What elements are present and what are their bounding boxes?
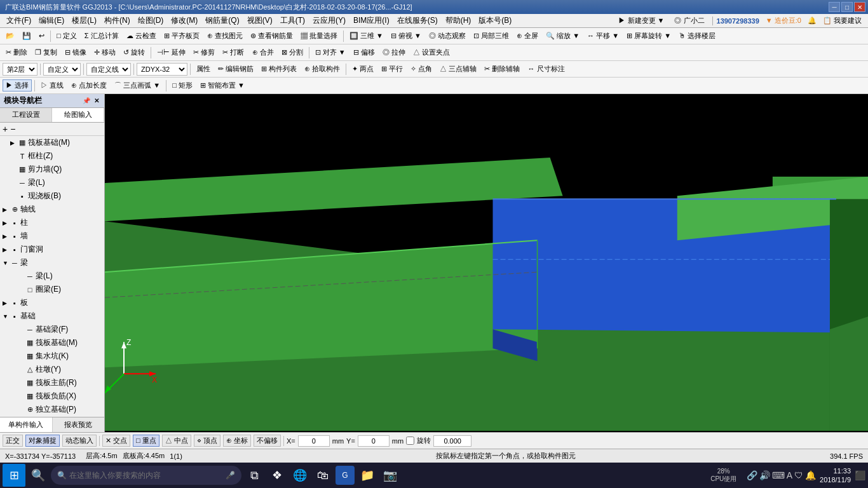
taskbar-gj[interactable]: G — [336, 466, 355, 485]
tree-item-fabanjc2[interactable]: ▦ 筏板基础(M) — [0, 336, 104, 349]
nav-tab-single[interactable]: 单构件输入 — [0, 417, 53, 432]
tb-angle[interactable]: ✧ 点角 — [407, 63, 435, 75]
nav-minus-btn[interactable]: − — [10, 124, 15, 134]
sb-intersect[interactable]: ✕ 交点 — [102, 435, 130, 447]
menu-floor[interactable]: 楼层(L) — [68, 14, 100, 27]
taskbar-search-icon[interactable]: 🔍 — [28, 465, 48, 485]
tb-parallel[interactable]: ⊞ 平行 — [378, 63, 406, 75]
tb-screen-rotate[interactable]: ⊞ 屏幕旋转 ▼ — [623, 30, 674, 42]
layer-select[interactable]: 第2层 — [3, 63, 37, 76]
sb-vertex[interactable]: ⋄ 顶点 — [194, 435, 220, 447]
menu-bim[interactable]: BIM应用(I) — [349, 14, 393, 27]
nav-close[interactable]: ✕ — [93, 97, 100, 104]
sb-coord[interactable]: ⊕ 坐标 — [223, 435, 251, 447]
maximize-button[interactable]: □ — [841, 2, 853, 12]
antivirus-icon[interactable]: 🛡 — [794, 470, 803, 480]
tb-undo[interactable]: ↩ — [36, 30, 48, 41]
keyboard-icon[interactable]: ⌨ — [772, 470, 785, 480]
tree-item-quanliang[interactable]: □ 圈梁(E) — [0, 283, 104, 296]
tb-set-grip[interactable]: △ 设置夹点 — [410, 46, 453, 58]
ime-icon[interactable]: A — [787, 470, 792, 480]
nav-tab-draw[interactable]: 绘图输入 — [52, 108, 104, 122]
volume-icon[interactable]: 🔊 — [759, 470, 770, 480]
tree-item-fabanjc[interactable]: ▶ ▦ 筏板基础(M) — [0, 136, 104, 149]
menu-rebar-qty[interactable]: 钢筋量(Q) — [201, 14, 243, 27]
nav-add-btn[interactable]: + — [3, 124, 8, 134]
menu-online[interactable]: 在线服务(S) — [393, 14, 442, 27]
tb-break[interactable]: ✂ 打断 — [219, 46, 247, 58]
tree-item-jichuL[interactable]: ─ 基础梁(F) — [0, 323, 104, 336]
tree-item-zhuxian[interactable]: ▶ ⊕ 轴线 — [0, 203, 104, 216]
brand-button[interactable]: ◎ 广小二 — [670, 15, 708, 27]
taskbar-store[interactable]: 🛍 — [313, 465, 333, 485]
tb-find[interactable]: ⊕ 查找图元 — [204, 30, 246, 42]
suggest-button[interactable]: 📋 我要建议 — [819, 15, 865, 27]
rotate-input[interactable] — [433, 435, 471, 447]
menu-help[interactable]: 帮助(H) — [442, 14, 475, 27]
taskbar-apps[interactable]: ❖ — [267, 465, 287, 485]
tb-trim[interactable]: ✂ 修剪 — [190, 46, 218, 58]
sb-orthogonal[interactable]: 正交 — [3, 435, 23, 447]
tb-delete[interactable]: ✂ 删除 — [3, 46, 31, 58]
tb-align[interactable]: ⊡ 对齐 ▼ — [312, 46, 349, 58]
tb-smart-layout[interactable]: ⊞ 智能布置 ▼ — [197, 79, 248, 92]
menu-modify[interactable]: 修改(M) — [167, 14, 201, 27]
x-input[interactable] — [298, 435, 330, 447]
taskbar-camera[interactable]: 📷 — [380, 465, 400, 485]
tb-rect[interactable]: □ 矩形 — [169, 79, 196, 92]
tb-two-point[interactable]: ✦ 两点 — [349, 63, 377, 75]
tb-pick[interactable]: ⊕ 拾取构件 — [301, 63, 343, 75]
tb-property[interactable]: 属性 — [193, 63, 214, 75]
tb-view-rebar[interactable]: ⊛ 查看钢筋量 — [247, 30, 296, 42]
tb-dynamic[interactable]: ◎ 动态观察 — [426, 30, 469, 42]
tb-3pt-aux[interactable]: △ 三点辅轴 — [437, 63, 480, 75]
viewport[interactable]: Z X Y — [105, 94, 868, 432]
rebar-select[interactable]: ZDYX-32 — [137, 63, 187, 76]
y-input[interactable] — [358, 435, 390, 447]
tb-save[interactable]: 💾 — [19, 30, 34, 41]
price-button[interactable]: ▼ 造价豆:0 — [762, 15, 805, 27]
new-change-button[interactable]: ▶ 新建变更 ▼ — [614, 15, 668, 27]
tb-rotate[interactable]: ↺ 旋转 — [120, 46, 148, 58]
tb-cloud-check[interactable]: ☁ 云检查 — [123, 30, 159, 42]
bell-icon[interactable]: 🔔 — [808, 17, 817, 25]
system-clock[interactable]: 11:33 2018/11/9 — [820, 466, 851, 485]
tb-edit-rebar[interactable]: ✏ 编辑钢筋 — [215, 63, 257, 75]
tree-item-menchuang[interactable]: ▶ ▪ 门窗洞 — [0, 243, 104, 256]
tb-select-floor[interactable]: 🖱 选择楼层 — [675, 30, 719, 42]
tb-offset[interactable]: ⊟ 偏移 — [350, 46, 378, 58]
tb-select-tool[interactable]: ▶ 选择 — [3, 79, 32, 92]
tree-item-jishuikeng[interactable]: ▦ 集水坑(K) — [0, 349, 104, 363]
notification-icon[interactable]: 🔔 — [805, 470, 816, 480]
tb-pan[interactable]: ↔ 平移 ▼ — [584, 30, 622, 42]
start-button[interactable]: ⊞ — [3, 464, 25, 487]
tb-open[interactable]: 📂 — [3, 30, 18, 41]
tb-move[interactable]: ✛ 移动 — [91, 46, 119, 58]
menu-component[interactable]: 构件(N) — [100, 14, 134, 27]
menu-cloud[interactable]: 云应用(Y) — [309, 14, 349, 27]
tb-merge[interactable]: ⊕ 合并 — [249, 46, 277, 58]
sb-no-offset[interactable]: 不偏移 — [254, 435, 281, 447]
nav-pin[interactable]: 📌 — [81, 97, 92, 104]
tb-zoom[interactable]: 🔍 缩放 ▼ — [543, 30, 583, 42]
menu-file[interactable]: 文件(F) — [3, 14, 35, 27]
sb-snap[interactable]: 对象捕捉 — [25, 435, 60, 447]
tb-fullscreen[interactable]: ⊕ 全屏 — [513, 30, 541, 42]
tb-local-3d[interactable]: ⊡ 局部三维 — [470, 30, 512, 42]
menu-version[interactable]: 版本号(B) — [475, 14, 515, 27]
tree-item-zhu[interactable]: ▶ ▪ 柱 — [0, 216, 104, 229]
tree-item-zhudun[interactable]: △ 柱墩(Y) — [0, 363, 104, 376]
tree-item-jianli[interactable]: ▦ 剪力墙(Q) — [0, 163, 104, 176]
tb-3pt-arc[interactable]: ⌒ 三点画弧 ▼ — [111, 79, 163, 92]
tb-dim[interactable]: ↔ 尺寸标注 — [525, 63, 568, 75]
tb-pt-len[interactable]: ⊕ 点加长度 — [68, 79, 110, 92]
tb-3d[interactable]: 🔲 三维 ▼ — [346, 30, 386, 42]
tree-item-fabancj[interactable]: ▦ 筏板负筋(X) — [0, 390, 104, 403]
sb-midpoint[interactable]: △ 中点 — [162, 435, 191, 447]
tree-item-qiang[interactable]: ▶ ▪ 墙 — [0, 229, 104, 243]
tb-batch[interactable]: ▦ 批量选择 — [297, 30, 341, 42]
tb-extend[interactable]: ⊣⊢ 延伸 — [154, 46, 189, 58]
show-desktop-icon[interactable]: ⬛ — [855, 470, 865, 480]
taskbar-explorer[interactable]: 📁 — [357, 465, 377, 485]
line-type-select[interactable]: 自定义线 — [86, 63, 131, 76]
